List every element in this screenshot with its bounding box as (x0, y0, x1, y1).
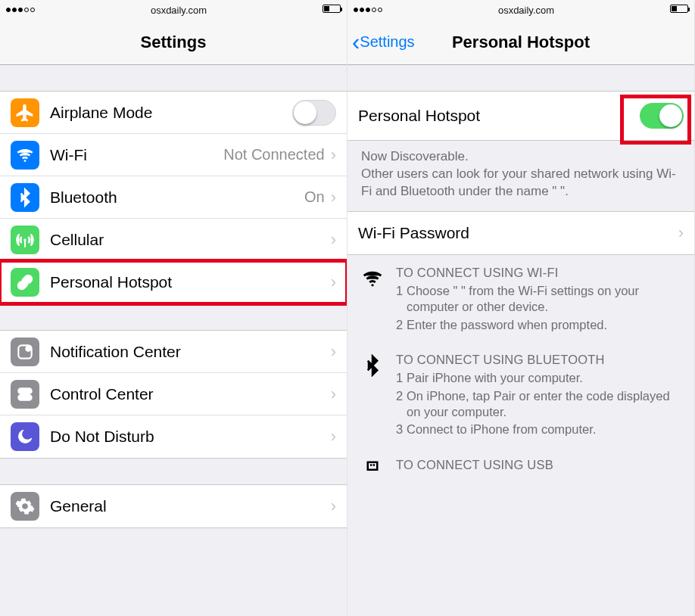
row-control-center[interactable]: Control Center › (0, 373, 347, 415)
status-url: osxdaily.com (382, 5, 670, 16)
chevron-right-icon: › (331, 272, 336, 292)
svg-rect-11 (370, 464, 372, 466)
airplane-toggle[interactable] (292, 100, 336, 126)
row-label: Personal Hotspot (50, 273, 331, 291)
svg-point-8 (26, 396, 30, 399)
settings-screen: osxdaily.com Settings Airplane Mode Wi-F… (0, 0, 348, 616)
instructions-wifi: TO CONNECT USING WI-FI 1Choose " " from … (348, 255, 694, 342)
svg-point-4 (26, 346, 31, 351)
row-label: General (50, 497, 331, 515)
instr-step: 1Choose " " from the Wi-Fi settings on y… (396, 283, 681, 316)
row-label: Wi-Fi (50, 146, 223, 164)
chevron-right-icon: › (331, 145, 336, 165)
instr-step: 1Pair iPhone with your computer. (396, 370, 681, 386)
row-label: Airplane Mode (50, 104, 292, 122)
wifi-password-group: Wi-Fi Password › (348, 211, 694, 255)
nav-header-hotspot: ‹ Settings Personal Hotspot (348, 20, 694, 65)
instr-step: 2On iPhone, tap Pair or enter the code d… (396, 388, 681, 421)
signal-dots (6, 8, 35, 12)
chevron-right-icon: › (331, 230, 336, 250)
wifi-icon (11, 141, 39, 170)
hotspot-content[interactable]: Personal Hotspot Now Discoverable. Other… (348, 65, 694, 616)
gear-icon (11, 492, 39, 521)
status-url: osxdaily.com (35, 5, 323, 16)
chevron-left-icon: ‹ (352, 30, 360, 54)
settings-group-system: Notification Center › Control Center › D… (0, 330, 347, 459)
row-cellular[interactable]: Cellular › (0, 219, 347, 261)
instr-title: TO CONNECT USING USB (396, 458, 681, 472)
settings-list[interactable]: Airplane Mode Wi-Fi Not Connected › Blue… (0, 65, 347, 616)
row-label: Bluetooth (50, 188, 304, 207)
instructions-usb: TO CONNECT USING USB (348, 447, 694, 490)
settings-group-network: Airplane Mode Wi-Fi Not Connected › Blue… (0, 91, 347, 304)
nav-title-settings: Settings (0, 20, 347, 65)
row-label: Control Center (50, 385, 331, 403)
svg-rect-10 (368, 462, 378, 470)
row-do-not-disturb[interactable]: Do Not Disturb › (0, 415, 347, 458)
status-bar: osxdaily.com (0, 0, 347, 20)
page-title: Personal Hotspot (452, 33, 590, 52)
row-airplane-mode[interactable]: Airplane Mode (0, 92, 347, 134)
row-wifi[interactable]: Wi-Fi Not Connected › (0, 134, 347, 176)
page-title: Settings (141, 33, 207, 52)
instr-step: 3Connect to iPhone from computer. (396, 422, 681, 437)
row-label: Do Not Disturb (50, 428, 331, 446)
battery-icon (323, 5, 341, 15)
discoverable-heading: Now Discoverable. (361, 148, 681, 166)
chevron-right-icon: › (331, 188, 336, 207)
notification-icon (11, 338, 39, 366)
instr-title: TO CONNECT USING BLUETOOTH (396, 353, 681, 367)
hotspot-toggle[interactable] (640, 103, 684, 129)
chevron-right-icon: › (331, 342, 336, 362)
row-hotspot-toggle[interactable]: Personal Hotspot (348, 95, 694, 137)
settings-group-general: General › (0, 484, 347, 528)
moon-icon (11, 422, 39, 451)
chevron-right-icon: › (678, 223, 684, 243)
svg-rect-12 (373, 464, 376, 466)
signal-dots (354, 8, 382, 12)
row-general[interactable]: General › (0, 485, 347, 527)
bluetooth-icon (361, 353, 396, 440)
airplane-icon (11, 98, 39, 127)
chevron-right-icon: › (331, 384, 336, 404)
row-bluetooth[interactable]: Bluetooth On › (0, 176, 347, 219)
row-value: Not Connected (223, 146, 324, 163)
hotspot-toggle-group: Personal Hotspot (348, 91, 694, 141)
antenna-icon (11, 226, 39, 254)
row-value: On (304, 188, 325, 206)
back-button[interactable]: ‹ Settings (352, 20, 415, 64)
back-label: Settings (360, 33, 414, 51)
bluetooth-icon (11, 183, 39, 212)
usb-icon (361, 458, 396, 482)
row-wifi-password[interactable]: Wi-Fi Password › (348, 212, 694, 254)
instr-title: TO CONNECT USING WI-FI (396, 266, 681, 280)
svg-point-6 (20, 389, 23, 392)
svg-point-0 (24, 160, 26, 162)
row-notification-center[interactable]: Notification Center › (0, 331, 347, 373)
switches-icon (11, 380, 39, 409)
chevron-right-icon: › (331, 496, 336, 516)
chevron-right-icon: › (331, 427, 336, 446)
row-label: Wi-Fi Password (358, 224, 678, 242)
row-label: Cellular (50, 231, 331, 249)
link-icon (11, 268, 39, 297)
instructions-bluetooth: TO CONNECT USING BLUETOOTH 1Pair iPhone … (348, 342, 694, 447)
status-bar: osxdaily.com (348, 0, 694, 20)
hotspot-screen: osxdaily.com ‹ Settings Personal Hotspot… (348, 0, 695, 616)
wifi-icon (361, 266, 396, 334)
svg-point-9 (371, 284, 373, 286)
battery-icon (670, 5, 688, 15)
discoverable-text: Now Discoverable. Other users can look f… (348, 141, 694, 211)
discoverable-body: Other users can look for your shared net… (361, 166, 681, 201)
row-label: Personal Hotspot (358, 107, 640, 125)
instr-step: 2Enter the password when prompted. (396, 317, 681, 333)
row-label: Notification Center (50, 343, 331, 361)
row-personal-hotspot[interactable]: Personal Hotspot › (0, 261, 347, 303)
